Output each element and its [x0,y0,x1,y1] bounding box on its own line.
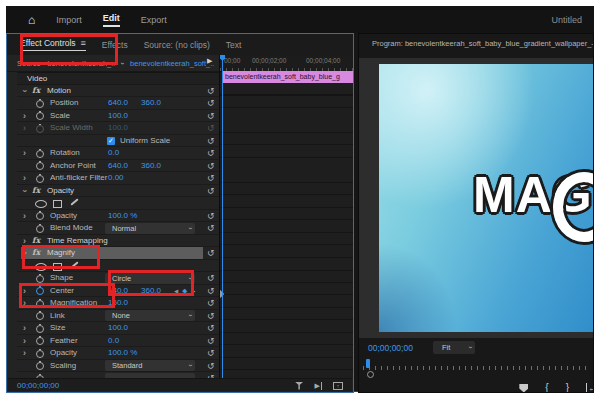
program-time-ruler[interactable] [363,361,591,370]
param-row-anchor-point[interactable]: Anchor Point640.0360.0↺ [17,160,219,173]
value[interactable]: 100.0 [108,322,128,334]
reset-icon[interactable]: ↺ [207,297,215,309]
value-x[interactable]: 640.0 [108,97,128,109]
value-y[interactable]: 360.0 [141,97,161,109]
value[interactable]: 0.0 [108,335,119,347]
stopwatch-icon[interactable] [36,362,44,370]
menu-import[interactable]: Import [56,15,82,25]
twirl-open-icon[interactable]: › [19,89,31,92]
reset-icon[interactable]: ↺ [207,185,215,197]
param-row-link[interactable]: LinkNone›↺ [17,310,219,323]
uniform-scale-checkbox[interactable]: ✓ [107,137,115,145]
ec-time-ruler[interactable]: 00;00 00;00;02;00 00;00;04;00 [220,55,354,72]
stopwatch-icon[interactable] [36,112,44,120]
stopwatch-icon[interactable] [36,162,44,170]
value[interactable]: 100.0 % [108,347,137,359]
value[interactable]: 0.00 [108,172,124,184]
source-clip-name[interactable]: benevolentkeerah_soft_.. [130,59,214,68]
reset-icon[interactable]: ↺ [207,172,215,184]
reset-icon[interactable]: ↺ [207,335,215,347]
program-timecode[interactable]: 00;00;00;00 [368,343,413,353]
zoom-level-dropdown[interactable]: Fit › [433,341,475,354]
value[interactable]: 100.0 [108,110,128,122]
effect-row-opacity[interactable]: ›fxOpacity↺ [17,185,219,198]
value-x[interactable]: 640.0 [108,160,128,172]
pen-mask-icon[interactable] [70,198,78,205]
reset-icon[interactable]: ↺ [207,85,215,97]
ec-playhead-line[interactable] [222,55,223,378]
reset-icon[interactable]: ↺ [207,322,215,334]
reset-icon[interactable]: ↺ [207,97,215,109]
twirl-open-icon[interactable]: › [19,189,31,192]
value[interactable]: 100.0 % [108,210,137,222]
reset-icon[interactable]: ↺ [207,110,215,122]
menu-edit-active[interactable]: Edit [103,13,120,27]
stopwatch-icon[interactable] [36,100,44,108]
value-y[interactable]: 360.0 [141,160,161,172]
twirl-icon[interactable]: › [23,322,26,334]
reset-icon[interactable]: ↺ [207,247,215,259]
stopwatch-icon[interactable] [36,325,44,333]
stopwatch-icon[interactable] [36,350,44,358]
reset-icon[interactable]: ↺ [207,285,215,297]
stopwatch-icon[interactable] [36,337,44,345]
video-group-row[interactable]: Video [17,72,219,85]
reset-icon[interactable]: ↺ [207,160,215,172]
reset-icon[interactable]: ↺ [207,360,215,372]
go-to-in-icon[interactable]: ← [586,383,594,393]
play-only-icon[interactable]: ▶ [315,382,322,390]
scaling-dropdown[interactable]: Standard› [105,360,195,371]
blend-mode-dropdown[interactable]: Normal› [105,223,195,234]
effect-row-motion[interactable]: ›fxMotion↺ [17,85,219,98]
program-video-area[interactable]: MAG [359,58,594,338]
tab-source[interactable]: Source: (no clips) [144,40,210,50]
add-marker-icon[interactable] [519,384,528,393]
rect-mask-icon[interactable] [53,200,62,208]
param-row-rotation[interactable]: ›Rotation0.0↺ [17,147,219,160]
filter-icon[interactable] [295,382,304,390]
reset-icon[interactable]: ↺ [207,272,215,284]
twirl-icon[interactable]: › [23,172,26,184]
stopwatch-icon[interactable] [36,275,44,283]
ellipse-mask-icon[interactable] [35,200,47,208]
stopwatch-icon[interactable] [36,312,44,320]
program-playhead[interactable] [366,359,370,368]
param-row-uniform-scale[interactable]: ✓Uniform Scale↺ [17,135,219,148]
link-dropdown[interactable]: None› [105,310,195,321]
value[interactable]: 0.0 [108,147,119,159]
mark-in-icon[interactable]: { [545,382,548,393]
clip-bar[interactable]: benevolentkeerah_soft_baby_blue_g [222,71,353,83]
stopwatch-icon[interactable] [36,212,44,220]
twirl-icon[interactable]: › [23,210,26,222]
twirl-icon[interactable]: › [23,110,26,122]
chevron-down-icon[interactable]: › [118,62,127,65]
param-row-size[interactable]: ›Size100.0↺ [17,322,219,335]
twirl-icon[interactable]: › [23,147,26,159]
menu-export[interactable]: Export [141,15,167,25]
keyframe-timeline-area[interactable]: 00;00 00;00;02;00 00;00;04;00 benevolent… [219,55,354,378]
export-icon[interactable]: ↑ [333,382,343,390]
reset-icon[interactable]: ↺ [207,347,215,359]
twirl-icon[interactable]: › [23,347,26,359]
stopwatch-icon[interactable] [36,175,44,183]
param-row-opacity2[interactable]: ›Opacity100.0 %↺ [17,347,219,360]
param-row-scale[interactable]: ›Scale100.0↺ [17,110,219,123]
play-toggle-icon[interactable]: ▶ [207,57,212,65]
reset-icon[interactable]: ↺ [207,147,215,159]
param-row-anti-flicker[interactable]: ›Anti-flicker Filter0.00↺ [17,172,219,185]
param-row-feather[interactable]: ›Feather0.0↺ [17,335,219,348]
reset-icon[interactable]: ↺ [207,222,215,234]
reset-icon[interactable]: ↺ [207,210,215,222]
mark-out-icon[interactable]: } [566,382,569,393]
tab-text[interactable]: Text [226,40,242,50]
param-row-opacity[interactable]: ›Opacity100.0 %↺ [17,210,219,223]
twirl-icon[interactable]: › [23,335,26,347]
ec-timecode[interactable]: 00;00;00;00 [17,381,59,390]
param-row-position[interactable]: Position640.0360.0↺ [17,97,219,110]
param-row-blend-mode[interactable]: Blend ModeNormal›↺ [17,222,219,235]
reset-icon[interactable]: ↺ [207,310,215,322]
program-zoom-handle[interactable] [367,371,374,378]
param-row-scaling[interactable]: ScalingStandard›↺ [17,360,219,373]
stopwatch-icon[interactable] [36,150,44,158]
stopwatch-icon[interactable] [36,225,44,233]
